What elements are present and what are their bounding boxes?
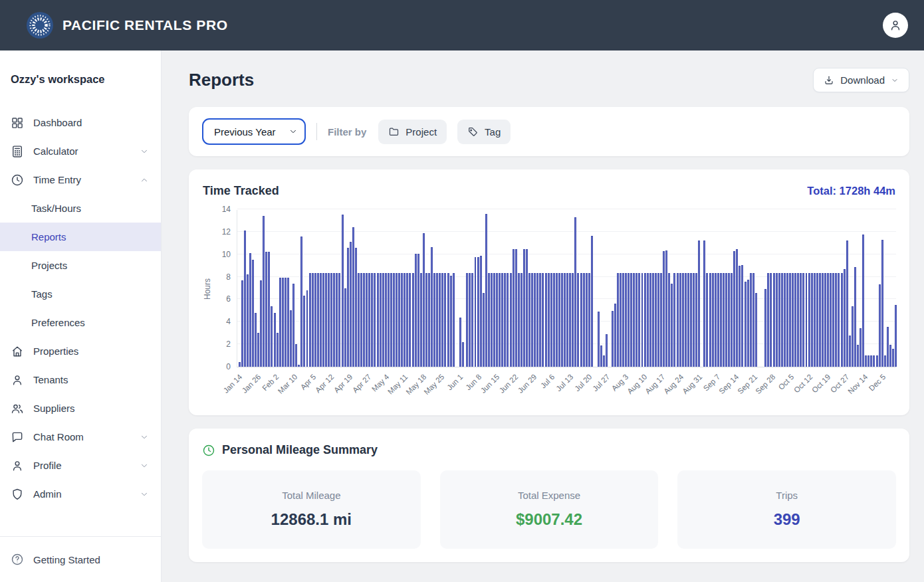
bar: [488, 273, 490, 367]
bar: [415, 254, 417, 367]
bar: [887, 327, 889, 367]
bar: [433, 273, 435, 367]
sidebar-item-dashboard[interactable]: Dashboard: [0, 108, 161, 137]
bar: [745, 282, 747, 367]
bar: [350, 242, 352, 367]
bar: [480, 256, 482, 367]
period-select[interactable]: Previous Year: [202, 118, 306, 145]
bar: [802, 273, 804, 367]
bar: [287, 278, 289, 367]
bar: [844, 269, 846, 367]
bar: [577, 273, 579, 367]
folder-icon: [388, 126, 400, 138]
bar: [257, 333, 259, 367]
bar: [550, 273, 552, 367]
bar: [673, 273, 675, 367]
person-icon: [11, 373, 24, 387]
bar: [536, 273, 538, 367]
bar: [591, 236, 593, 367]
bar: [477, 257, 479, 367]
bar: [755, 293, 757, 367]
bar: [469, 273, 471, 367]
bar: [819, 273, 821, 367]
y-axis-label: Hours: [203, 278, 212, 299]
bar: [685, 273, 687, 367]
bar: [417, 254, 419, 367]
bar: [330, 273, 332, 367]
bar: [317, 273, 319, 367]
sidebar-item-profile[interactable]: Profile: [0, 451, 161, 480]
y-tick-label: 10: [222, 250, 231, 259]
bar: [789, 273, 791, 367]
bar: [725, 273, 727, 367]
bar: [720, 273, 722, 367]
bar: [635, 273, 637, 367]
bar: [770, 273, 772, 367]
download-button[interactable]: Download: [813, 68, 909, 92]
sidebar-item-suppliers[interactable]: Suppliers: [0, 394, 161, 423]
tag-filter-button[interactable]: Tag: [457, 120, 511, 144]
chevron-down-icon: [140, 461, 149, 470]
bar: [800, 273, 802, 367]
bar: [518, 273, 520, 367]
y-tick-label: 6: [226, 294, 231, 304]
x-tick-label: Jan 26: [240, 373, 262, 395]
bar: [712, 273, 714, 367]
bar: [849, 336, 851, 367]
mileage-summary-title: Personal Mileage Summary: [222, 443, 378, 457]
bar: [603, 355, 605, 367]
bar: [285, 278, 287, 367]
bar: [252, 260, 254, 367]
sidebar-item-tenants[interactable]: Tenants: [0, 365, 161, 394]
bar: [475, 257, 477, 367]
user-avatar-button[interactable]: [883, 13, 908, 38]
bar: [733, 251, 735, 367]
y-tick-label: 14: [222, 205, 231, 214]
x-tick-label: Mar 10: [277, 373, 299, 395]
x-tick-label: Jun 15: [479, 373, 501, 395]
bar: [485, 214, 487, 367]
sidebar-item-preferences[interactable]: Preferences: [0, 308, 161, 337]
x-tick-label: Aug 31: [681, 373, 703, 395]
bar: [459, 318, 461, 367]
sidebar-item-reports[interactable]: Reports: [0, 223, 161, 251]
sidebar-item-calculator[interactable]: Calculator: [0, 137, 161, 165]
bar: [677, 273, 679, 367]
grid-icon: [11, 116, 24, 130]
sidebar-item-getting-started[interactable]: Getting Started: [0, 545, 161, 574]
sidebar-item-task-hours[interactable]: Task/Hours: [0, 194, 161, 223]
bar: [598, 312, 600, 367]
bar: [808, 273, 810, 367]
bar: [513, 249, 515, 367]
time-tracked-title: Time Tracked: [203, 184, 279, 198]
bar: [558, 273, 560, 367]
sidebar-item-properties[interactable]: Properties: [0, 337, 161, 365]
sidebar-item-admin[interactable]: Admin: [0, 480, 161, 508]
chart-plot: [237, 210, 896, 367]
bar: [566, 273, 568, 367]
bar: [265, 252, 267, 367]
bar: [625, 273, 627, 367]
bar: [292, 284, 294, 367]
sidebar-item-chat-room[interactable]: Chat Room: [0, 423, 161, 451]
person-icon: [11, 459, 24, 472]
bar: [784, 273, 786, 367]
sidebar-item-time-entry[interactable]: Time Entry: [0, 165, 161, 194]
bar: [822, 273, 824, 367]
project-filter-button[interactable]: Project: [378, 120, 447, 144]
bar: [450, 276, 452, 367]
bar: [295, 344, 297, 367]
bar: [731, 273, 733, 367]
sidebar-item-label: Preferences: [31, 317, 149, 328]
sidebar-item-projects[interactable]: Projects: [0, 251, 161, 280]
bar: [363, 273, 365, 367]
bar: [303, 296, 305, 367]
divider: [316, 123, 317, 140]
bar: [548, 273, 550, 367]
bar: [466, 273, 468, 367]
bar: [728, 273, 730, 367]
bar: [377, 273, 379, 367]
bar: [444, 273, 446, 367]
time-tracked-total: Total: 1728h 44m: [807, 185, 895, 197]
sidebar-item-tags[interactable]: Tags: [0, 280, 161, 308]
